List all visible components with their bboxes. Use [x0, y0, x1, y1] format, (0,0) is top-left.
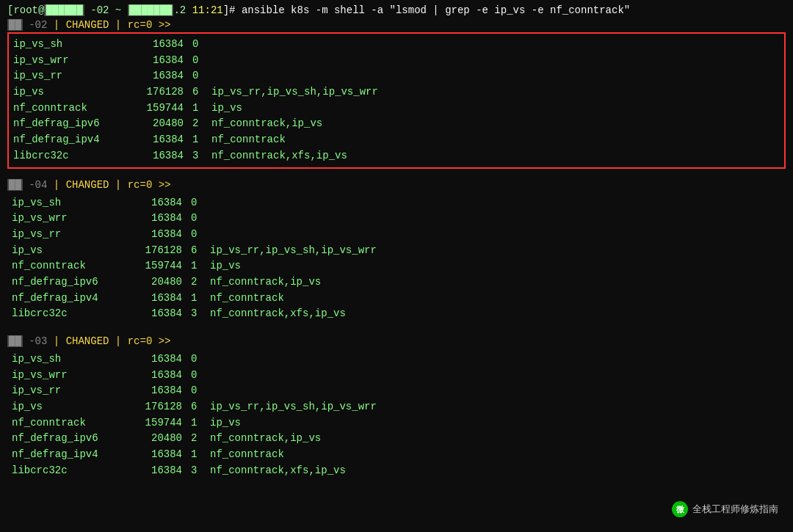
section-changed: CHANGED — [66, 335, 109, 347]
prompt-cmd: ]# ansible k8s -m shell -a "lsmod | grep… — [223, 4, 631, 16]
mod-deps: ip_vs — [210, 415, 241, 431]
mod-size: 16384 — [129, 447, 188, 463]
mod-size: 16384 — [131, 132, 189, 148]
mod-size: 159744 — [129, 415, 188, 431]
mod-count: 6 — [189, 84, 211, 101]
mod-name: ip_vs — [13, 84, 131, 101]
mod-size: 176128 — [129, 399, 188, 415]
mod-count: 6 — [188, 243, 210, 259]
mod-deps: ip_vs_rr,ip_vs_sh,ip_vs_wrr — [210, 399, 377, 415]
section-2: ██ -04 | CHANGED | rc=0 >>ip_vs_sh163840… — [7, 179, 786, 326]
module-line: ip_vs_sh163840 — [13, 37, 780, 53]
mod-count: 0 — [189, 53, 211, 69]
module-line: ip_vs_wrr163840 — [12, 211, 781, 227]
mod-count: 1 — [188, 447, 210, 463]
mod-name: ip_vs — [12, 243, 129, 259]
mod-size: 20480 — [129, 431, 188, 447]
mod-name: ip_vs_rr — [12, 383, 129, 399]
watermark-icon: 微 — [672, 501, 688, 517]
mod-name: ip_vs_wrr — [13, 53, 131, 69]
mod-name: ip_vs — [12, 399, 129, 415]
section-host: ██ -03 — [7, 335, 47, 347]
prompt-time: 11:21 — [192, 4, 223, 16]
mod-name: nf_conntrack — [12, 415, 129, 431]
mod-count: 3 — [188, 463, 210, 479]
mod-deps: nf_conntrack,xfs,ip_vs — [210, 306, 346, 322]
mod-size: 16384 — [129, 227, 188, 243]
mod-size: 16384 — [129, 383, 188, 399]
mod-name: libcrc32c — [13, 148, 131, 164]
module-line: libcrc32c163843nf_conntrack,xfs,ip_vs — [12, 463, 781, 479]
mod-name: nf_defrag_ipv6 — [12, 431, 129, 447]
module-line: nf_conntrack1597441ip_vs — [12, 415, 781, 431]
mod-name: nf_conntrack — [12, 258, 129, 274]
mod-deps: nf_conntrack,xfs,ip_vs — [210, 463, 346, 479]
mod-count: 2 — [188, 431, 210, 447]
prompt-path: .2 — [173, 4, 192, 16]
module-line: ip_vs_sh163840 — [12, 195, 781, 211]
mod-name: nf_defrag_ipv6 — [12, 274, 129, 291]
mod-deps: nf_conntrack — [210, 291, 284, 307]
module-line: ip_vs_rr163840 — [12, 383, 781, 399]
mod-count: 0 — [188, 227, 210, 243]
prompt-user: [root@ — [7, 4, 44, 16]
module-line: nf_defrag_ipv4163841nf_conntrack — [12, 447, 781, 463]
section-body-1: ip_vs_sh163840ip_vs_wrr163840ip_vs_rr163… — [7, 32, 786, 169]
command-line: [root@██████ -02 ~ ███████.2 11:21]# ans… — [7, 4, 786, 16]
watermark-text: 全栈工程师修炼指南 — [692, 503, 778, 516]
module-line: ip_vs_rr163840 — [12, 227, 781, 243]
mod-size: 16384 — [129, 351, 188, 368]
mod-count: 0 — [188, 195, 210, 211]
mod-count: 0 — [188, 368, 210, 384]
section-rc: rc=0 >> — [128, 335, 171, 347]
mod-deps: nf_conntrack — [210, 447, 284, 463]
mod-name: ip_vs_rr — [12, 227, 129, 243]
module-line: nf_defrag_ipv6204802nf_conntrack,ip_vs — [12, 274, 781, 291]
mod-deps: nf_conntrack,xfs,ip_vs — [211, 148, 347, 164]
mod-size: 176128 — [129, 243, 188, 259]
hostname-blur: ██████ — [44, 4, 84, 16]
section-header-3: ██ -03 | CHANGED | rc=0 >> — [7, 335, 786, 347]
module-line: nf_conntrack1597441ip_vs — [13, 101, 780, 117]
mod-name: ip_vs_wrr — [12, 368, 129, 384]
module-line: libcrc32c163843nf_conntrack,xfs,ip_vs — [12, 306, 781, 322]
mod-count: 3 — [189, 148, 211, 164]
mod-name: ip_vs_rr — [13, 68, 131, 84]
mod-size: 20480 — [131, 116, 189, 132]
section-rc: rc=0 >> — [128, 179, 171, 191]
mod-size: 20480 — [129, 274, 188, 291]
mod-size: 16384 — [131, 37, 189, 53]
mod-count: 2 — [188, 274, 210, 291]
module-line: ip_vs1761286ip_vs_rr,ip_vs_sh,ip_vs_wrr — [12, 243, 781, 259]
mod-name: nf_defrag_ipv4 — [13, 132, 131, 148]
section-rc: rc=0 >> — [128, 19, 171, 31]
mod-deps: nf_conntrack — [211, 132, 286, 148]
mod-count: 0 — [189, 37, 211, 53]
section-host: ██ -02 — [7, 19, 47, 31]
module-line: ip_vs_sh163840 — [12, 351, 781, 368]
mod-name: nf_defrag_ipv6 — [13, 116, 131, 132]
mod-size: 159744 — [131, 101, 189, 117]
mod-deps: ip_vs_rr,ip_vs_sh,ip_vs_wrr — [211, 84, 378, 101]
mod-count: 1 — [188, 258, 210, 274]
module-line: nf_defrag_ipv6204802nf_conntrack,ip_vs — [12, 431, 781, 447]
section-3: ██ -03 | CHANGED | rc=0 >>ip_vs_sh163840… — [7, 335, 786, 482]
module-line: ip_vs1761286ip_vs_rr,ip_vs_sh,ip_vs_wrr — [12, 399, 781, 415]
section-body-3: ip_vs_sh163840ip_vs_wrr163840ip_vs_rr163… — [7, 349, 786, 482]
mod-size: 16384 — [129, 463, 188, 479]
module-line: nf_defrag_ipv6204802nf_conntrack,ip_vs — [13, 116, 780, 132]
mod-count: 0 — [189, 68, 211, 84]
mod-count: 1 — [188, 415, 210, 431]
mod-name: nf_defrag_ipv4 — [12, 447, 129, 463]
watermark: 微 全栈工程师修炼指南 — [672, 501, 778, 517]
mod-count: 6 — [188, 399, 210, 415]
module-line: nf_defrag_ipv4163841nf_conntrack — [12, 291, 781, 307]
module-line: ip_vs_rr163840 — [13, 68, 780, 84]
mod-deps: nf_conntrack,ip_vs — [210, 431, 321, 447]
section-changed: CHANGED — [66, 19, 109, 31]
section-1: ██ -02 | CHANGED | rc=0 >>ip_vs_sh163840… — [7, 19, 786, 169]
mod-name: ip_vs_sh — [12, 351, 129, 368]
section-changed: CHANGED — [66, 179, 109, 191]
mod-deps: ip_vs_rr,ip_vs_sh,ip_vs_wrr — [210, 243, 377, 259]
section-host: ██ -04 — [7, 179, 47, 191]
